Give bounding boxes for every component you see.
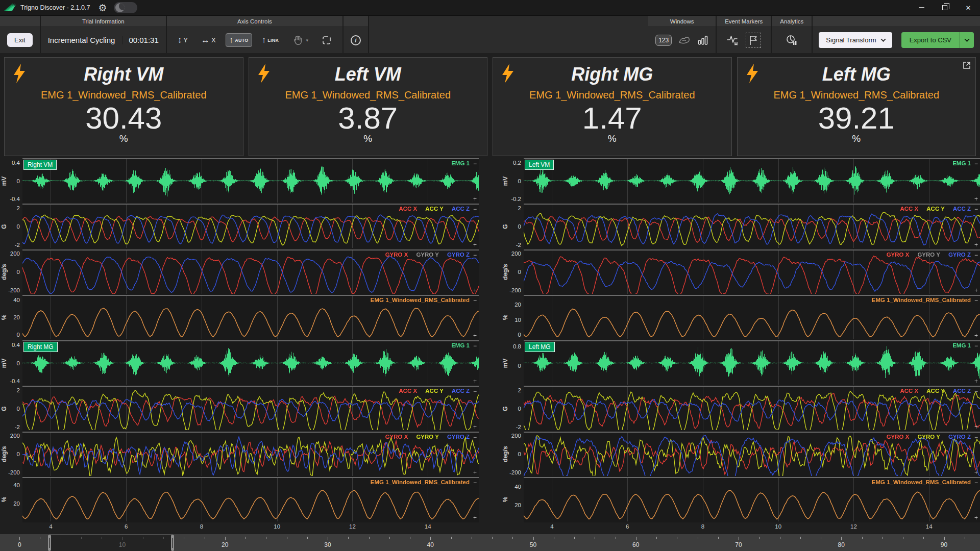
- legend-gyro-z[interactable]: GYRO Z: [447, 252, 470, 258]
- waveform-canvas[interactable]: [22, 159, 479, 203]
- zoom-out-button[interactable]: −: [974, 434, 978, 440]
- zoom-out-button[interactable]: −: [974, 297, 978, 304]
- link-axes-button[interactable]: ↑LINK: [258, 33, 283, 47]
- zoom-in-button[interactable]: +: [473, 333, 477, 339]
- numeric-window-button[interactable]: 123: [655, 35, 672, 46]
- zoom-in-button[interactable]: +: [974, 469, 978, 475]
- zoom-out-button[interactable]: −: [473, 388, 477, 394]
- timeline-track[interactable]: 0102030405060708090: [0, 534, 980, 551]
- subplot-row: %4020EMG 1_Windowed_RMS_Calibrated−+: [0, 477, 479, 522]
- legend-emg-1-windowed-rms-calibrated[interactable]: EMG 1_Windowed_RMS_Calibrated: [371, 297, 470, 303]
- legend-acc-x[interactable]: ACC X: [399, 388, 418, 394]
- legend-gyro-x[interactable]: GYRO X: [385, 252, 408, 258]
- timeline-scrollbar[interactable]: 0102030405060708090: [0, 533, 980, 551]
- legend-gyro-x[interactable]: GYRO X: [385, 434, 408, 440]
- export-dropdown-arrow[interactable]: [960, 32, 974, 48]
- zoom-out-button[interactable]: −: [473, 480, 477, 486]
- y-axis-zoom-button[interactable]: ↕Y: [174, 33, 191, 47]
- legend-acc-z[interactable]: ACC Z: [953, 388, 971, 394]
- legend-acc-z[interactable]: ACC Z: [452, 388, 470, 394]
- zoom-out-button[interactable]: −: [473, 161, 477, 167]
- timeline-selection[interactable]: [50, 534, 173, 551]
- legend-emg-1-windowed-rms-calibrated[interactable]: EMG 1_Windowed_RMS_Calibrated: [872, 297, 971, 303]
- zoom-out-button[interactable]: −: [974, 161, 978, 167]
- timeline-handle-right[interactable]: [171, 535, 174, 551]
- exit-button[interactable]: Exit: [7, 33, 33, 47]
- legend-acc-y[interactable]: ACC Y: [425, 206, 444, 212]
- zoom-out-button[interactable]: −: [473, 343, 477, 349]
- zoom-in-button[interactable]: +: [473, 287, 477, 293]
- info-icon[interactable]: i: [351, 35, 361, 45]
- zoom-in-button[interactable]: +: [974, 424, 978, 430]
- legend-gyro-y[interactable]: GYRO Y: [416, 252, 439, 258]
- zoom-in-button[interactable]: +: [473, 242, 477, 248]
- legend-emg-1-windowed-rms-calibrated[interactable]: EMG 1_Windowed_RMS_Calibrated: [371, 479, 470, 485]
- zoom-in-button[interactable]: +: [974, 196, 978, 202]
- zoom-in-button[interactable]: +: [473, 424, 477, 430]
- zoom-out-button[interactable]: −: [974, 388, 978, 394]
- zoom-in-button[interactable]: +: [974, 515, 978, 521]
- zoom-out-button[interactable]: −: [473, 297, 477, 304]
- waveform-canvas[interactable]: [524, 341, 980, 385]
- muscle-map-icon[interactable]: [678, 35, 691, 46]
- legend-gyro-z[interactable]: GYRO Z: [447, 434, 470, 440]
- zoom-out-button[interactable]: −: [473, 206, 477, 212]
- legend-acc-z[interactable]: ACC Z: [452, 206, 470, 212]
- pan-hand-button[interactable]: ▾: [288, 32, 312, 48]
- settings-gear-icon[interactable]: ⚙: [98, 3, 107, 13]
- zoom-in-button[interactable]: +: [974, 287, 978, 293]
- zoom-in-button[interactable]: +: [473, 378, 477, 384]
- legend-gyro-z[interactable]: GYRO Z: [948, 252, 971, 258]
- legend-acc-x[interactable]: ACC X: [399, 206, 418, 212]
- zoom-out-button[interactable]: −: [473, 434, 477, 440]
- close-button[interactable]: ✕: [957, 0, 980, 15]
- waveform-canvas[interactable]: [524, 159, 980, 203]
- legend-acc-y[interactable]: ACC Y: [926, 388, 945, 394]
- legend-emg-1[interactable]: EMG 1: [451, 342, 470, 348]
- zoom-out-button[interactable]: −: [974, 343, 978, 349]
- pop-out-icon[interactable]: [962, 61, 971, 70]
- zoom-in-button[interactable]: +: [974, 333, 978, 339]
- legend-gyro-y[interactable]: GYRO Y: [917, 434, 940, 440]
- zoom-in-button[interactable]: +: [974, 242, 978, 248]
- box-zoom-button[interactable]: [318, 33, 335, 48]
- zoom-in-button[interactable]: +: [974, 378, 978, 384]
- legend-gyro-x[interactable]: GYRO X: [887, 252, 910, 258]
- legend-gyro-y[interactable]: GYRO Y: [917, 252, 940, 258]
- legend-acc-y[interactable]: ACC Y: [926, 206, 945, 212]
- legend-emg-1[interactable]: EMG 1: [952, 160, 971, 166]
- zoom-out-button[interactable]: −: [974, 480, 978, 486]
- restore-button[interactable]: [933, 0, 957, 15]
- zoom-out-button[interactable]: −: [974, 252, 978, 258]
- signal-transform-dropdown[interactable]: Signal Transform: [819, 32, 892, 48]
- pan-dropdown-arrow-icon[interactable]: ▾: [306, 38, 308, 43]
- waveform-marker-icon[interactable]: [726, 34, 740, 46]
- legend-gyro-x[interactable]: GYRO X: [887, 434, 910, 440]
- legend-acc-z[interactable]: ACC Z: [953, 206, 971, 212]
- flag-marker-button[interactable]: [746, 33, 761, 48]
- bar-chart-window-icon[interactable]: [697, 35, 708, 45]
- legend-gyro-z[interactable]: GYRO Z: [948, 434, 971, 440]
- y-tick-label: 2: [518, 205, 521, 211]
- zoom-out-button[interactable]: −: [473, 252, 477, 258]
- zoom-in-button[interactable]: +: [473, 196, 477, 202]
- waveform-canvas[interactable]: [22, 341, 479, 385]
- analytics-pie-icon[interactable]: [786, 34, 798, 46]
- legend-acc-y[interactable]: ACC Y: [425, 388, 444, 394]
- legend-emg-1[interactable]: EMG 1: [451, 160, 470, 166]
- minimize-button[interactable]: [910, 0, 933, 15]
- zoom-in-button[interactable]: +: [473, 469, 477, 475]
- auto-scale-button[interactable]: ↑AUTO: [226, 33, 252, 47]
- legend-emg-1-windowed-rms-calibrated[interactable]: EMG 1_Windowed_RMS_Calibrated: [872, 479, 971, 485]
- legend-emg-1[interactable]: EMG 1: [952, 342, 971, 348]
- zoom-in-button[interactable]: +: [473, 515, 477, 521]
- timeline-handle-left[interactable]: [48, 535, 51, 551]
- legend-acc-x[interactable]: ACC X: [900, 388, 919, 394]
- legend-acc-x[interactable]: ACC X: [900, 206, 919, 212]
- x-axis-zoom-button[interactable]: ↔X: [198, 33, 219, 47]
- plot-panel: ACC XACC YACC Z−+: [524, 386, 980, 431]
- zoom-out-button[interactable]: −: [974, 206, 978, 212]
- export-to-csv-button[interactable]: Export to CSV: [901, 32, 974, 48]
- legend-gyro-y[interactable]: GYRO Y: [416, 434, 439, 440]
- dark-mode-toggle[interactable]: [114, 2, 137, 13]
